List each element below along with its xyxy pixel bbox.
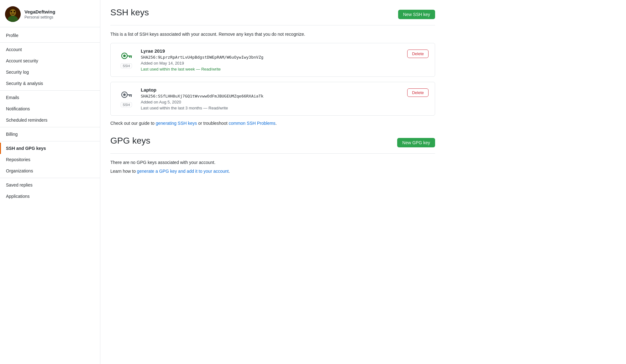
key-badge-1: SSH — [121, 102, 132, 107]
svg-rect-8 — [131, 56, 132, 58]
svg-rect-7 — [127, 55, 132, 56]
sidebar: VegaDeftwing Personal settings Profile A… — [0, 0, 100, 364]
learn-link-gpg[interactable]: generate a GPG key and add it to your ac… — [137, 169, 229, 174]
guide-prefix: Check out our guide to — [110, 121, 156, 126]
guide-suffix: . — [276, 121, 277, 126]
sidebar-divider-1 — [0, 42, 100, 43]
sidebar-item-ssh-gpg-keys[interactable]: SSH and GPG keys — [0, 143, 100, 154]
sidebar-item-billing[interactable]: Billing — [0, 129, 100, 140]
ssh-description: This is a list of SSH keys associated wi… — [110, 32, 435, 37]
key-info-0: Lyrae 2019 SHA256:9LprzRpArtLvU4pBdgstDW… — [141, 48, 407, 71]
sidebar-divider-5 — [0, 178, 100, 178]
key-card-left-0: SSH Lyrae 2019 SHA256:9LprzRpArtLvU4pBdg… — [117, 48, 407, 71]
guide-link-common-problems[interactable]: common SSH Problems — [229, 121, 275, 126]
key-hash-1: SHA256:SSfLHH8uXj7GQ1tWvvwwOdFmJBUGEUMZq… — [141, 94, 407, 98]
delete-ssh-key-0-button[interactable]: Delete — [407, 50, 429, 58]
svg-point-11 — [123, 93, 126, 96]
svg-rect-12 — [127, 94, 132, 95]
sidebar-item-security-log[interactable]: Security log — [0, 66, 100, 78]
svg-rect-14 — [129, 95, 130, 97]
key-badge-0: SSH — [121, 63, 132, 68]
key-name-0: Lyrae 2019 — [141, 48, 407, 54]
no-gpg-text: There are no GPG keys associated with yo… — [110, 160, 435, 165]
learn-prefix: Learn how to — [110, 169, 137, 174]
key-info-1: Laptop SHA256:SSfLHH8uXj7GQ1tWvvwwOdFmJB… — [141, 87, 407, 110]
key-added-0: Added on May 14, 2019 — [141, 61, 407, 66]
key-card-left-1: SSH Laptop SHA256:SSfLHH8uXj7GQ1tWvvwwOd… — [117, 87, 407, 110]
key-icon-0 — [120, 50, 133, 62]
learn-suffix: . — [229, 169, 230, 174]
key-hash-0: SHA256:9LprzRpArtLvU4pBdgstDWEpRAM/W6uOy… — [141, 55, 407, 60]
guide-link-generating[interactable]: generating SSH keys — [156, 121, 197, 126]
key-last-used-text-0: Last used within the last week — [141, 67, 195, 71]
key-icon-1 — [120, 88, 133, 101]
sidebar-item-scheduled-reminders[interactable]: Scheduled reminders — [0, 114, 100, 126]
new-gpg-key-button[interactable]: New GPG key — [397, 138, 435, 147]
sidebar-divider-2 — [0, 90, 100, 91]
gpg-page-title: GPG keys — [110, 136, 150, 146]
gpg-section-header: GPG keys New GPG key — [110, 136, 435, 150]
sidebar-item-account-security[interactable]: Account security — [0, 55, 100, 66]
sidebar-divider-3 — [0, 127, 100, 127]
ssh-page-title: SSH keys — [110, 8, 149, 18]
guide-middle: or troubleshoot — [197, 121, 229, 126]
ssh-key-card-0: SSH Lyrae 2019 SHA256:9LprzRpArtLvU4pBdg… — [110, 43, 435, 77]
sidebar-item-organizations[interactable]: Organizations — [0, 165, 100, 177]
svg-point-1 — [10, 9, 16, 16]
svg-rect-13 — [131, 95, 132, 97]
ssh-key-card-1: SSH Laptop SHA256:SSfLHH8uXj7GQ1tWvvwwOd… — [110, 82, 435, 116]
key-icon-wrap-1: SSH — [117, 88, 136, 107]
sidebar-item-account[interactable]: Account — [0, 44, 100, 55]
sidebar-item-notifications[interactable]: Notifications — [0, 103, 100, 114]
delete-ssh-key-1-button[interactable]: Delete — [407, 88, 429, 97]
sidebar-item-repositories[interactable]: Repositories — [0, 154, 100, 165]
sidebar-profile-info: VegaDeftwing Personal settings — [24, 9, 55, 19]
sidebar-item-emails[interactable]: Emails — [0, 92, 100, 103]
key-last-used-0: Last used within the last week — Read/wr… — [141, 67, 407, 71]
ssh-section-divider — [110, 25, 435, 25]
sidebar-item-saved-replies[interactable]: Saved replies — [0, 179, 100, 191]
key-icon-wrap-0: SSH — [117, 50, 136, 68]
key-last-used-suffix-0: — Read/write — [195, 67, 221, 71]
sidebar-item-security-analysis[interactable]: Security & analysis — [0, 78, 100, 89]
svg-point-4 — [14, 11, 15, 13]
key-added-1: Added on Aug 5, 2020 — [141, 100, 407, 104]
sidebar-profile: VegaDeftwing Personal settings — [0, 0, 100, 27]
ssh-guide-text: Check out our guide to generating SSH ke… — [110, 121, 435, 126]
main-content: SSH keys New SSH key This is a list of S… — [100, 0, 445, 364]
learn-text: Learn how to generate a GPG key and add … — [110, 169, 435, 174]
sidebar-item-profile[interactable]: Profile — [0, 30, 100, 41]
sidebar-username: VegaDeftwing — [24, 9, 55, 14]
sidebar-nav: Profile Account Account security Securit… — [0, 27, 100, 204]
key-name-1: Laptop — [141, 87, 407, 92]
avatar-image — [5, 6, 21, 22]
key-actions-0: Delete — [407, 48, 429, 58]
gpg-section-divider — [110, 153, 435, 154]
svg-rect-9 — [129, 56, 130, 58]
new-ssh-key-button[interactable]: New SSH key — [398, 10, 435, 19]
sidebar-subtitle: Personal settings — [24, 15, 55, 19]
ssh-section-header: SSH keys New SSH key — [110, 8, 435, 21]
sidebar-divider-4 — [0, 141, 100, 141]
key-last-used-1: Last used within the last 3 months — Rea… — [141, 106, 407, 110]
key-actions-1: Delete — [407, 87, 429, 97]
sidebar-item-applications[interactable]: Applications — [0, 191, 100, 202]
avatar — [5, 6, 21, 22]
svg-point-3 — [11, 11, 12, 13]
svg-point-6 — [123, 55, 126, 57]
